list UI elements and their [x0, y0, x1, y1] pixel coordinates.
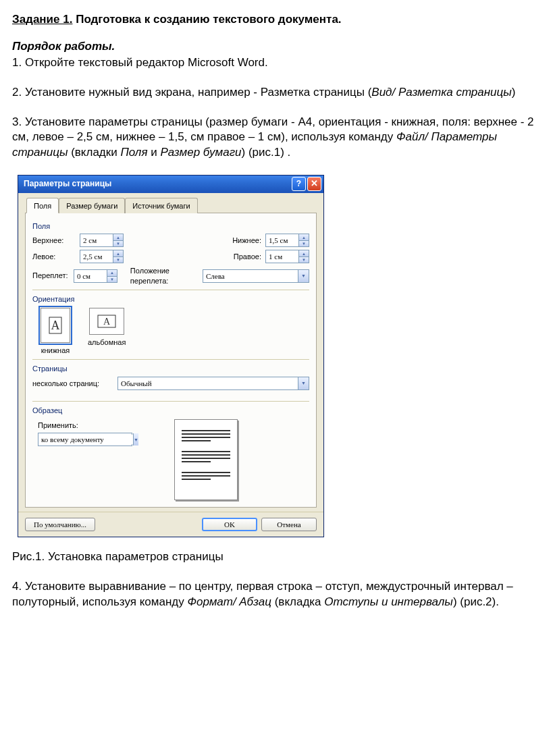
- spin-up-icon[interactable]: ▲: [298, 250, 309, 256]
- spin-gutter[interactable]: ▲▼: [74, 269, 117, 283]
- spin-up-icon[interactable]: ▲: [113, 250, 123, 256]
- input-gutter-pos[interactable]: [203, 271, 298, 281]
- label-right: Правое:: [221, 252, 261, 261]
- label-bottom: Нижнее:: [221, 236, 261, 245]
- input-bottom[interactable]: [266, 236, 298, 245]
- svg-text:A: A: [103, 317, 111, 327]
- orientation-landscape[interactable]: A альбомная: [88, 308, 126, 355]
- spin-top[interactable]: ▲▼: [80, 234, 124, 247]
- input-gutter[interactable]: [74, 271, 107, 281]
- step-2: 2. Установите нужный вид экрана, наприме…: [12, 85, 539, 100]
- combo-apply[interactable]: ▼: [38, 433, 132, 446]
- chevron-down-icon[interactable]: ▼: [298, 270, 309, 282]
- combo-multi-pages[interactable]: ▼: [117, 377, 309, 390]
- page-setup-dialog: Параметры страницы ? ✕ Поля Размер бумаг…: [18, 175, 324, 538]
- tabstrip: Поля Размер бумаги Источник бумаги: [25, 197, 317, 213]
- chevron-down-icon[interactable]: ▼: [133, 433, 138, 446]
- group-fields: Поля: [32, 221, 309, 231]
- cancel-button[interactable]: Отмена: [261, 518, 317, 531]
- spin-down-icon[interactable]: ▼: [113, 240, 123, 246]
- step-1: 1. Откройте текстовый редактор Microsoft…: [12, 55, 539, 70]
- tab-paper[interactable]: Размер бумаги: [59, 198, 125, 213]
- orientation-portrait[interactable]: A книжная: [41, 308, 70, 355]
- input-right[interactable]: [266, 252, 298, 261]
- ok-button[interactable]: OK: [202, 518, 257, 531]
- page-preview-icon: [174, 419, 238, 500]
- input-apply[interactable]: [38, 435, 133, 444]
- group-orientation: Ориентация: [32, 294, 309, 304]
- step-3: 3. Установите параметры страницы (размер…: [12, 115, 539, 159]
- spin-left[interactable]: ▲▼: [80, 250, 124, 263]
- step-4: 4. Установите выравнивание – по центру, …: [12, 579, 539, 609]
- dialog-title: Параметры страницы: [24, 179, 290, 190]
- spin-right[interactable]: ▲▼: [265, 250, 309, 263]
- spin-down-icon[interactable]: ▼: [107, 276, 117, 282]
- portrait-icon: A: [41, 308, 70, 343]
- procedure-heading: Порядок работы.: [12, 39, 539, 54]
- spin-down-icon[interactable]: ▼: [298, 256, 309, 263]
- combo-gutter-pos[interactable]: ▼: [203, 269, 309, 283]
- tab-source[interactable]: Источник бумаги: [125, 198, 197, 213]
- input-multi-pages[interactable]: [118, 379, 298, 388]
- default-button[interactable]: По умолчанию...: [25, 518, 95, 531]
- group-sample: Образец: [32, 406, 309, 415]
- spin-bottom[interactable]: ▲▼: [265, 234, 309, 247]
- spin-down-icon[interactable]: ▼: [298, 240, 309, 246]
- label-multi-pages: несколько страниц:: [32, 379, 113, 388]
- input-left[interactable]: [80, 252, 113, 261]
- landscape-icon: A: [89, 308, 124, 335]
- chevron-down-icon[interactable]: ▼: [298, 377, 309, 389]
- spin-up-icon[interactable]: ▲: [113, 234, 123, 240]
- tab-margins[interactable]: Поля: [26, 198, 59, 213]
- label-apply: Применить:: [38, 421, 134, 430]
- label-left: Левое:: [32, 252, 76, 261]
- task-name: Подготовка к созданию текстового докумен…: [72, 13, 341, 26]
- dialog-button-row: По умолчанию... OK Отмена: [18, 512, 323, 537]
- label-portrait: книжная: [41, 346, 70, 354]
- close-button[interactable]: ✕: [307, 177, 321, 191]
- label-landscape: альбомная: [88, 338, 126, 346]
- label-gutter: Переплет:: [32, 271, 70, 280]
- task-title: Задание 1. Подготовка к созданию текстов…: [12, 12, 539, 27]
- spin-down-icon[interactable]: ▼: [113, 256, 123, 263]
- dialog-titlebar[interactable]: Параметры страницы ? ✕: [18, 176, 323, 193]
- input-top[interactable]: [80, 236, 113, 245]
- svg-text:A: A: [51, 319, 60, 332]
- figure-1-caption: Рис.1. Установка параметров страницы: [12, 549, 539, 564]
- help-button[interactable]: ?: [292, 177, 306, 191]
- spin-up-icon[interactable]: ▲: [107, 270, 117, 276]
- spin-up-icon[interactable]: ▲: [298, 234, 309, 240]
- group-pages: Страницы: [32, 364, 309, 373]
- label-gutter-pos: Положение переплета:: [130, 266, 199, 286]
- task-number: Задание 1.: [12, 13, 72, 26]
- label-top: Верхнее:: [32, 236, 76, 245]
- tab-panel-margins: Поля Верхнее: ▲▼ Нижнее: ▲▼ Левое: ▲: [25, 213, 317, 508]
